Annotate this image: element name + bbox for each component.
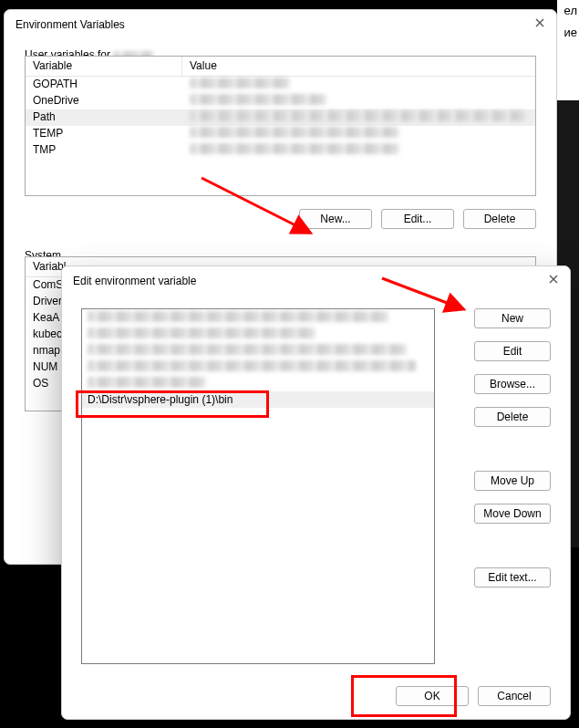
column-header-value[interactable]: Value [182,57,535,76]
list-item[interactable] [82,375,434,391]
close-icon[interactable] [546,272,561,286]
list-item[interactable] [82,326,434,342]
edit-button[interactable]: Edit... [381,209,454,229]
table-row[interactable]: GOPATH [26,77,535,93]
user-variables-table[interactable]: Variable Value GOPATH OneDrive Path TEMP [25,56,536,196]
user-variables-group: User variables for Variable Value GOPATH… [25,56,536,229]
edit-text-button[interactable]: Edit text... [474,567,551,588]
table-row[interactable]: TEMP [26,126,535,142]
table-header: Variable Value [26,57,535,77]
delete-button[interactable]: Delete [463,209,536,229]
list-item[interactable]: D:\Distr\vsphere-plugin (1)\bin [82,391,434,408]
path-entries-list[interactable]: D:\Distr\vsphere-plugin (1)\bin [81,308,435,664]
move-down-button[interactable]: Move Down [474,504,551,524]
list-item[interactable] [82,309,434,326]
dialog-footer: OK Cancel [396,686,551,706]
edit-environment-variable-dialog: Edit environment variable D:\Distr\vsphe… [61,265,571,720]
dialog-titlebar: Edit environment variable [62,266,570,296]
new-button[interactable]: New [474,308,551,328]
new-button[interactable]: New... [299,209,372,229]
move-up-button[interactable]: Move Up [474,471,551,491]
window-titlebar: Environment Variables [5,10,556,39]
background-panel: ел ие [557,0,579,100]
table-row[interactable]: TMP [26,142,535,159]
edit-button[interactable]: Edit [474,341,551,361]
list-item[interactable] [82,359,434,375]
dialog-title: Edit environment variable [73,275,196,287]
user-buttons-row: New... Edit... Delete [25,209,536,229]
column-header-variable[interactable]: Variable [26,57,182,76]
dialog-side-buttons: New Edit Browse... Delete Move Up Move D… [474,308,551,588]
browse-button[interactable]: Browse... [474,374,551,394]
bg-text: ие [564,26,578,39]
bg-text: ел [564,4,577,17]
cancel-button[interactable]: Cancel [478,686,551,706]
table-row[interactable]: Path [26,109,535,126]
column-header-variable[interactable]: Variabl [26,257,62,276]
list-item[interactable] [82,342,434,359]
table-row[interactable]: OneDrive [26,93,535,109]
ok-button[interactable]: OK [396,686,469,706]
window-title: Environment Variables [16,18,125,31]
delete-button[interactable]: Delete [474,407,551,427]
close-icon[interactable] [532,16,547,30]
